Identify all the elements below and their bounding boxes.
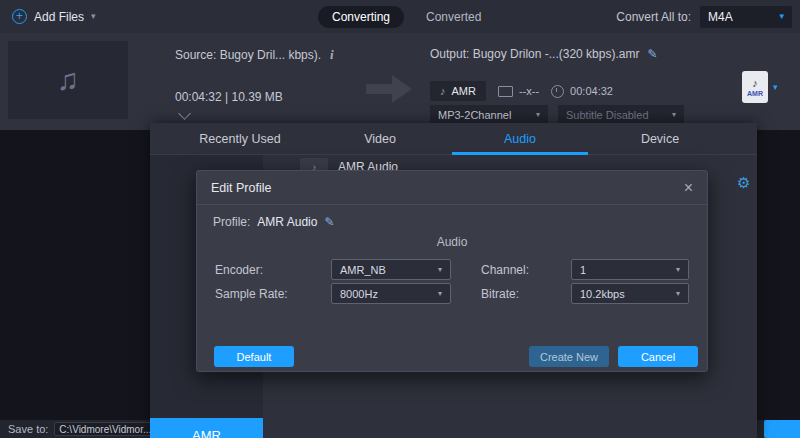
tab-audio[interactable]: Audio: [450, 123, 590, 154]
music-note-icon: ♫: [57, 63, 80, 97]
encoder-select[interactable]: AMR_NB ▾: [331, 259, 451, 280]
encoder-field: Encoder: AMR_NB ▾: [215, 259, 451, 280]
chevron-down-icon: ▾: [676, 290, 680, 298]
profile-value: AMR Audio: [257, 215, 317, 229]
channel-label: Channel:: [481, 263, 571, 277]
encoder-value: AMR_NB: [340, 264, 386, 276]
convert-all-group: Convert All to: M4A ▾: [616, 0, 792, 33]
close-icon[interactable]: ×: [684, 180, 693, 196]
add-files-button[interactable]: + Add Files ▾: [12, 9, 96, 24]
dialog-header: Edit Profile ×: [197, 171, 707, 205]
gear-icon[interactable]: ⚙: [737, 175, 750, 190]
top-bar: + Add Files ▾ Converting Converted Conve…: [0, 0, 800, 34]
tab-recently-used[interactable]: Recently Used: [170, 123, 310, 154]
file-row: ♫ Source: Bugoy Dril... kbps). i 00:04:3…: [0, 33, 800, 130]
bitrate-value: 10.2kbps: [580, 288, 625, 300]
add-files-label: Add Files: [34, 10, 84, 24]
sample-rate-value: 8000Hz: [340, 288, 378, 300]
create-new-button[interactable]: Create New: [529, 346, 609, 367]
encoder-label: Encoder:: [215, 263, 331, 277]
save-to-label: Save to:: [8, 423, 48, 435]
music-note-icon: ♪: [752, 78, 758, 89]
app-window: + Add Files ▾ Converting Converted Conve…: [0, 0, 800, 438]
edit-icon[interactable]: ✎: [647, 47, 657, 61]
sample-rate-field: Sample Rate: 8000Hz ▾: [215, 283, 451, 304]
bitrate-select[interactable]: 10.2kbps ▾: [571, 283, 689, 304]
chevron-down-icon: ▾: [773, 82, 778, 92]
duration-group: 00:04:32: [551, 85, 613, 98]
tab-converting[interactable]: Converting: [318, 6, 404, 28]
source-duration-size: 00:04:32 | 10.39 MB: [175, 90, 283, 104]
chevron-down-icon: ▾: [779, 12, 784, 21]
tab-device[interactable]: Device: [590, 123, 730, 154]
chevron-down-icon: ▾: [438, 290, 442, 298]
collapse-chevron-icon[interactable]: [178, 107, 191, 120]
tab-converted[interactable]: Converted: [426, 10, 481, 24]
subtitle-select[interactable]: Subtitle Disabled ▾: [558, 105, 684, 125]
sample-rate-select[interactable]: 8000Hz ▾: [331, 283, 451, 304]
convert-all-value: M4A: [708, 10, 733, 24]
channel-value: 1: [580, 264, 586, 276]
output-info-row: ♪ AMR --x-- 00:04:32: [430, 81, 613, 101]
section-title: Audio: [197, 235, 707, 249]
info-icon[interactable]: i: [330, 47, 334, 63]
profile-panel-tabs: Recently Used Video Audio Device: [150, 123, 757, 155]
convert-all-select[interactable]: M4A ▾: [700, 6, 792, 28]
sidebar-item-amr[interactable]: AMR: [150, 418, 263, 438]
convert-all-label: Convert All to:: [616, 10, 691, 24]
resolution-group: --x--: [498, 85, 539, 97]
add-icon: +: [12, 9, 27, 24]
output-line: Output: Bugoy Drilon -...(320 kbps).amr …: [430, 47, 657, 61]
bitrate-label: Bitrate:: [481, 287, 571, 301]
music-note-icon: ♪: [440, 85, 446, 97]
format-badge-label: AMR: [452, 85, 476, 97]
subtitle-value: Subtitle Disabled: [566, 109, 649, 121]
audio-track-select[interactable]: MP3-2Channel ▾: [430, 105, 548, 125]
duration-value: 00:04:32: [570, 85, 613, 97]
file-format-label: AMR: [747, 90, 763, 97]
edit-icon[interactable]: ✎: [324, 215, 334, 229]
source-line: Source: Bugoy Dril... kbps). i: [175, 47, 334, 63]
sample-rate-label: Sample Rate:: [215, 287, 331, 301]
edit-profile-dialog: Edit Profile × Profile: AMR Audio ✎ Audi…: [196, 170, 708, 372]
chevron-down-icon: ▾: [91, 12, 96, 21]
cancel-button[interactable]: Cancel: [618, 346, 698, 367]
save-path-value: C:\Vidmore\Vidmor...: [59, 424, 151, 435]
arrow-right-icon: [366, 75, 414, 103]
convert-all-button[interactable]: [764, 420, 800, 438]
output-format-picker[interactable]: ♪ AMR ▾: [742, 71, 778, 103]
resolution-icon: [498, 86, 513, 97]
bitrate-field: Bitrate: 10.2kbps ▾: [481, 283, 689, 304]
dialog-title: Edit Profile: [211, 181, 271, 195]
channel-select[interactable]: 1 ▾: [571, 259, 689, 280]
format-badge: ♪ AMR: [430, 81, 486, 101]
save-path-input[interactable]: C:\Vidmore\Vidmor... ▾: [54, 422, 154, 436]
chevron-down-icon: ▾: [438, 266, 442, 274]
default-button[interactable]: Default: [214, 346, 294, 367]
chevron-down-icon: ▾: [676, 266, 680, 274]
source-label: Source: Bugoy Dril... kbps).: [175, 48, 321, 62]
channel-field: Channel: 1 ▾: [481, 259, 689, 280]
profile-label: Profile:: [213, 215, 250, 229]
track-selects: MP3-2Channel ▾ Subtitle Disabled ▾: [430, 105, 684, 125]
output-label: Output: Bugoy Drilon -...(320 kbps).amr: [430, 47, 639, 61]
clock-icon: [551, 85, 564, 98]
profile-name-line: Profile: AMR Audio ✎: [213, 215, 334, 229]
chevron-down-icon: ▾: [672, 111, 676, 119]
top-tabs: Converting Converted: [318, 0, 481, 33]
tab-video[interactable]: Video: [310, 123, 450, 154]
file-format-icon: ♪ AMR: [742, 71, 768, 103]
file-thumbnail: ♫: [8, 41, 128, 119]
chevron-down-icon: ▾: [536, 111, 540, 119]
audio-track-value: MP3-2Channel: [438, 109, 511, 121]
resolution-value: --x--: [519, 85, 539, 97]
